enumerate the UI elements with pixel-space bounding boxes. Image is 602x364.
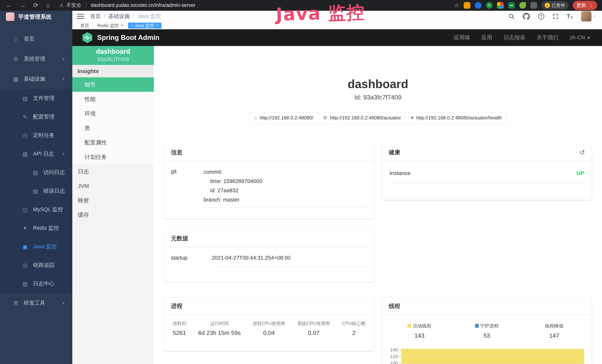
history-icon[interactable]: ↺ bbox=[579, 149, 585, 156]
user-menu[interactable]: ∨ bbox=[581, 11, 596, 21]
app-logo-row[interactable]: 芋道管理系统 bbox=[0, 11, 72, 23]
update-button[interactable]: 更新 ⋮ bbox=[573, 1, 597, 10]
sba-item-details[interactable]: 细节 bbox=[72, 77, 154, 92]
sba-item-beans[interactable]: 类 bbox=[72, 121, 154, 135]
menu-item-system-management[interactable]: ⚙ 系统管理 ∨ bbox=[0, 49, 72, 69]
browser-toolbar: ← → ⟳ ⌂ ⚠ 不安全 | dashboard.yudao.iocoder.… bbox=[0, 0, 602, 11]
close-icon[interactable]: × bbox=[121, 23, 123, 28]
log-icon: ▧ bbox=[21, 150, 29, 158]
stat-value: 147 bbox=[534, 332, 575, 340]
menu-item-access-logs[interactable]: ▤ 访问日志 bbox=[0, 163, 72, 182]
browser-home-icon[interactable]: ⌂ bbox=[46, 1, 50, 9]
health-url-button[interactable]: ♥ http://192.168.0.2:48080/actuator/heal… bbox=[406, 112, 507, 124]
sba-brand[interactable]: Spring Boot Admin bbox=[82, 32, 160, 43]
extension-2-icon[interactable] bbox=[475, 2, 482, 9]
info-key: git bbox=[171, 167, 204, 208]
sba-item-caches[interactable]: 缓存 bbox=[72, 207, 154, 222]
home-icon: ⌂ bbox=[11, 35, 20, 43]
app-logo bbox=[6, 12, 14, 21]
actuator-url-button[interactable]: ⚙ http://192.168.0.2:48080/actuator bbox=[318, 112, 406, 124]
gear-icon: ⚙ bbox=[11, 55, 20, 63]
menu-item-tracing[interactable]: ◎ 链路追踪 bbox=[0, 256, 72, 274]
health-card: 健康 ↺ Instance UP bbox=[382, 144, 592, 200]
menu-item-java-monitor[interactable]: ▣ Java 监控 bbox=[0, 237, 72, 256]
card-title: 健康 bbox=[389, 149, 400, 156]
sba-item-mappings[interactable]: 映射 bbox=[72, 193, 154, 207]
menu-item-error-logs[interactable]: ▨ 错误日志 bbox=[0, 182, 72, 200]
menu-item-devtools[interactable]: ⚒ 研发工具 ∨ bbox=[0, 293, 72, 313]
cards-right-column: 健康 ↺ Instance UP bbox=[382, 144, 592, 364]
card-title: 信息 bbox=[171, 149, 183, 156]
java-icon: ▣ bbox=[21, 243, 29, 250]
search-icon[interactable] bbox=[508, 13, 515, 20]
font-size-icon[interactable]: T T bbox=[567, 12, 573, 20]
extensions-puzzle-icon[interactable] bbox=[530, 2, 537, 9]
tab-home[interactable]: 首页 bbox=[77, 23, 92, 29]
sba-nav-journal[interactable]: 日志报表 bbox=[504, 34, 525, 41]
menu-item-mysql-monitor[interactable]: ◫ MySQL 监控 bbox=[0, 200, 72, 219]
sba-brand-name: Spring Boot Admin bbox=[97, 33, 160, 42]
sba-nav-wallboard[interactable]: 应用墙 bbox=[454, 34, 470, 41]
instance-url-button[interactable]: ⌂ http://192.168.0.2:48080/ bbox=[249, 112, 318, 124]
y-tick: 120 bbox=[390, 354, 398, 359]
fullscreen-icon-svg bbox=[552, 13, 559, 19]
sba-item-loggers[interactable]: 日志 bbox=[72, 164, 154, 179]
menu-item-infrastructure[interactable]: ▦ 基础设施 ∧ bbox=[0, 69, 72, 89]
menu-label: Java 监控 bbox=[33, 243, 56, 250]
browser-nav-buttons: ← → ⟳ ⌂ bbox=[3, 1, 52, 9]
update-label: 更新 bbox=[576, 2, 586, 9]
health-row[interactable]: Instance UP bbox=[389, 170, 584, 183]
tab-label: Java 监控 bbox=[135, 23, 154, 28]
refresh-icon[interactable]: ⟳ bbox=[33, 1, 38, 9]
extension-5-icon[interactable]: on bbox=[508, 2, 515, 9]
instance-links: ⌂ http://192.168.0.2:48080/ ⚙ http://192… bbox=[164, 112, 592, 124]
menu-item-scheduled-jobs[interactable]: ◷ 定时任务 bbox=[0, 126, 72, 145]
threads-card-body: 活动线程 143 守护进程 bbox=[382, 315, 592, 364]
menu-item-home[interactable]: ⌂ 首页 bbox=[0, 29, 72, 49]
browser-menu-dots-icon[interactable]: ⋮ bbox=[589, 2, 593, 9]
menu-item-config-management[interactable]: ✎ 配置管理 bbox=[0, 107, 72, 126]
extension-4-icon[interactable] bbox=[497, 2, 504, 9]
address-bar[interactable]: ⚠ 不安全 | dashboard.yudao.iocoder.cn/infra… bbox=[54, 2, 452, 9]
menu-label: 链路追踪 bbox=[33, 262, 54, 269]
menu-item-log-center[interactable]: ▥ 日志中心 bbox=[0, 274, 72, 293]
tab-redis-monitor[interactable]: Redis 监控 × bbox=[94, 23, 126, 29]
extension-3-icon[interactable]: V bbox=[486, 2, 493, 9]
help-icon[interactable]: ? bbox=[538, 13, 544, 20]
extension-6-icon[interactable] bbox=[519, 2, 526, 9]
sba-item-environment[interactable]: 环境 bbox=[72, 106, 154, 121]
process-stat: CPU核心数 2 bbox=[342, 321, 366, 337]
forward-icon[interactable]: → bbox=[20, 1, 26, 9]
menu-item-redis-monitor[interactable]: ✦ Redis 监控 bbox=[0, 219, 72, 237]
info-card: 信息 git commit: time: 1596289704000 id: 2… bbox=[164, 144, 374, 219]
sba-insights-menu: 细节 性能 环境 类 配置属性 计划任务 bbox=[72, 77, 154, 164]
sba-nav-applications[interactable]: 应用 bbox=[482, 34, 492, 41]
stat-label: 活动线程 bbox=[413, 323, 431, 329]
close-icon[interactable]: × bbox=[156, 23, 158, 28]
bookmark-star-icon[interactable]: ☆ bbox=[454, 2, 459, 9]
paused-badge[interactable]: ☺ 已暂停 bbox=[542, 1, 568, 9]
menu-item-api-logs[interactable]: ▧ API 日志 ∧ bbox=[0, 145, 72, 163]
sba-item-config-props[interactable]: 配置属性 bbox=[72, 135, 154, 150]
breadcrumb-home[interactable]: 首页 bbox=[90, 13, 101, 20]
sba-nav-about[interactable]: 关于我们 bbox=[537, 34, 558, 41]
health-instance-label: Instance bbox=[389, 170, 410, 177]
hamburger-icon[interactable] bbox=[77, 14, 84, 19]
security-warning-icon[interactable]: ⚠ bbox=[59, 2, 64, 9]
github-icon[interactable] bbox=[523, 13, 530, 20]
extension-1-icon[interactable] bbox=[464, 2, 470, 9]
tags-view-bar: 首页 Redis 监控 × ● Java 监控 × bbox=[72, 22, 602, 29]
tab-java-monitor[interactable]: ● Java 监控 × bbox=[128, 23, 161, 29]
sba-item-scheduled-tasks[interactable]: 计划任务 bbox=[72, 150, 154, 164]
sba-locale-select[interactable]: zh-CN ∨ bbox=[570, 34, 590, 41]
sba-item-metrics[interactable]: 性能 bbox=[72, 92, 154, 106]
sba-instance-header[interactable]: dashboard 93a3fc7f7409 bbox=[72, 46, 154, 65]
sba-item-jvm[interactable]: JVM bbox=[72, 179, 154, 193]
fullscreen-icon[interactable] bbox=[552, 13, 559, 19]
search-icon-svg bbox=[508, 13, 515, 20]
menu-item-file-management[interactable]: ▤ 文件管理 bbox=[0, 89, 72, 107]
breadcrumb-separator: / bbox=[133, 13, 134, 20]
user-avatar[interactable] bbox=[581, 11, 591, 21]
chevron-down-icon: ∨ bbox=[62, 56, 65, 62]
back-icon[interactable]: ← bbox=[6, 1, 12, 9]
